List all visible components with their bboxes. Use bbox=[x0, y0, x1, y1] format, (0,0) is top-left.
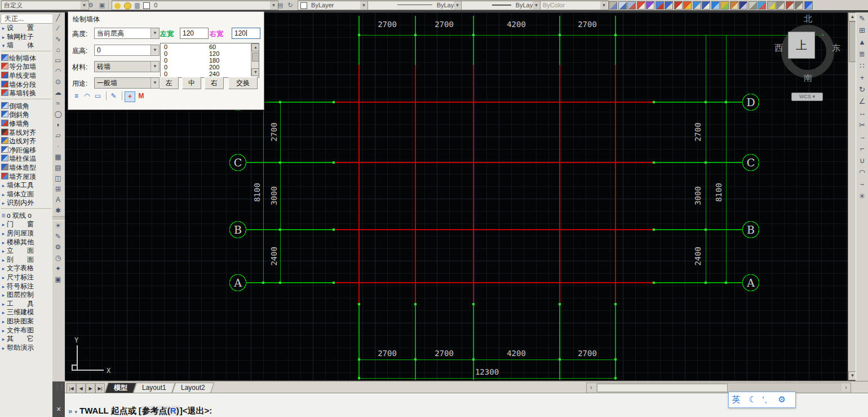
elevation-icon[interactable] bbox=[693, 1, 701, 10]
block-edit-icon[interactable]: ✱ bbox=[52, 205, 64, 216]
sidebar-title[interactable]: 天正... bbox=[1, 14, 55, 24]
red-table-icon[interactable] bbox=[674, 1, 683, 10]
gradient-icon[interactable]: ▤ bbox=[52, 163, 64, 173]
fillet-icon[interactable]: ◠ bbox=[856, 166, 868, 178]
target-icon[interactable] bbox=[795, 1, 803, 10]
scrollbar-thumb[interactable] bbox=[597, 384, 728, 392]
hatch-icon[interactable]: ▦ bbox=[52, 152, 64, 163]
command-chevron-icon[interactable]: » bbox=[68, 407, 72, 415]
revcloud-icon[interactable]: ☁ bbox=[52, 87, 64, 98]
spline-icon[interactable]: ≈ bbox=[52, 98, 64, 109]
scroll-up-icon[interactable]: ▲ bbox=[251, 43, 259, 51]
align-left-button[interactable]: 左 bbox=[160, 77, 179, 89]
sidebar-item-door-window[interactable]: ▸门 窗 bbox=[0, 220, 52, 229]
sidebar-item-fillet-wall[interactable]: 倒墙角 bbox=[0, 102, 52, 111]
extend-icon[interactable]: → bbox=[856, 131, 868, 143]
tab-模型[interactable]: 模型 bbox=[105, 383, 136, 393]
scrollbar-thumb[interactable] bbox=[252, 52, 259, 62]
usage-combo[interactable]: 一般墙▼ bbox=[94, 77, 160, 89]
wall-tool-icon[interactable] bbox=[656, 1, 664, 10]
insert-block-icon[interactable]: ▱ bbox=[52, 130, 64, 141]
sidebar-item-other[interactable]: ▸其 它 bbox=[0, 335, 52, 344]
hatch-icon[interactable] bbox=[730, 1, 738, 10]
sidebar-item-curtain-wall-convert[interactable]: 幕墙转换 bbox=[0, 89, 52, 98]
trim-icon[interactable]: ✂ bbox=[856, 119, 868, 131]
sidebar-item-fix-wall-corner[interactable]: 修墙角 bbox=[0, 120, 52, 129]
sidebar-item-file-layout[interactable]: ▸文件布图 bbox=[0, 326, 52, 335]
tab-Layout2[interactable]: Layout2 bbox=[172, 383, 214, 393]
lamp-icon[interactable] bbox=[767, 1, 776, 10]
copy-icon[interactable]: ⊞ bbox=[856, 24, 868, 36]
sidebar-item-layer-control[interactable]: ▸图层控制 bbox=[0, 291, 52, 300]
bottom-height-combo[interactable]: 0▼ bbox=[94, 45, 160, 56]
punctuation-icon[interactable]: ’、 bbox=[760, 392, 774, 406]
command-prompt[interactable]: » ▾ TWALL 起点或 [参考点(R)]<退出>: bbox=[68, 406, 212, 416]
table-icon[interactable]: ⊞ bbox=[52, 184, 64, 195]
height-combo[interactable]: 当前层高▼ bbox=[94, 28, 160, 39]
door-window-icon[interactable] bbox=[665, 1, 673, 10]
workspace-gear-icon[interactable]: ⚙ bbox=[86, 1, 96, 10]
sidebar-item-edge-align[interactable]: 边线对齐 bbox=[0, 137, 52, 146]
material-combo[interactable]: 砖墙▼ bbox=[94, 61, 160, 72]
sidebar-item-draw-wall[interactable]: 绘制墙体 bbox=[0, 54, 52, 63]
sidebar-item-wall-tools[interactable]: ▸墙体工具 bbox=[0, 181, 52, 190]
rect-wall-icon[interactable]: ▭ bbox=[93, 91, 103, 101]
ellipse-icon[interactable]: ◯ bbox=[52, 109, 64, 120]
drag-grip-icon[interactable]: ⋮⋮⋮⋮ bbox=[55, 384, 62, 389]
sidebar-item-symbol-dim[interactable]: ▸符号标注 bbox=[0, 282, 52, 291]
join-icon[interactable]: ~ bbox=[856, 178, 868, 190]
color-combo[interactable]: ByLayer ▼ bbox=[298, 1, 369, 10]
command-option[interactable]: 参考点(R) bbox=[141, 406, 180, 415]
arc-wall-icon[interactable]: ◠ bbox=[82, 91, 92, 101]
arc-icon[interactable]: ◠ bbox=[52, 66, 64, 77]
list-scrollbar[interactable]: ▲ ▼ bbox=[251, 43, 259, 76]
sidebar-item-axis-column[interactable]: ▸轴网柱子 bbox=[0, 33, 52, 42]
move-icon[interactable]: + bbox=[856, 72, 868, 84]
layer-previous-icon[interactable]: ↻ bbox=[285, 1, 295, 10]
pen-icon[interactable]: ✎ bbox=[52, 231, 64, 242]
width-pair-row[interactable]: 0180 bbox=[161, 57, 259, 64]
ellipse-arc-icon[interactable]: ◗ bbox=[52, 120, 64, 130]
sheet-icon[interactable] bbox=[618, 1, 627, 10]
workspace-combo[interactable]: 自定义 ▼ bbox=[1, 1, 89, 10]
sidebar-item-settings[interactable]: ▸设 置 bbox=[0, 24, 52, 33]
angle-icon[interactable] bbox=[786, 1, 794, 10]
region-icon[interactable]: ◫ bbox=[52, 173, 64, 184]
width-pair-row[interactable]: 0120 bbox=[161, 50, 259, 57]
scroll-right-icon[interactable]: › bbox=[842, 383, 851, 392]
sidebar-item-baseline-align[interactable]: 基线对齐 bbox=[0, 129, 52, 138]
right-width-input[interactable]: 120 bbox=[232, 28, 260, 39]
line-icon[interactable]: ╱ bbox=[52, 12, 64, 23]
viewcube-top-face[interactable]: 上 bbox=[788, 32, 815, 59]
layer-lock-icon[interactable] bbox=[135, 3, 140, 9]
settings-icon[interactable]: ⚙ bbox=[52, 242, 64, 253]
sidebar-item-block-pattern[interactable]: ▸图块图案 bbox=[0, 317, 52, 326]
xline-icon[interactable]: ∕ bbox=[52, 23, 64, 34]
polyline-icon[interactable]: ∿ bbox=[52, 34, 64, 45]
pick-wall-style-icon[interactable]: ✎ bbox=[109, 91, 118, 101]
rotate-icon[interactable]: ↻ bbox=[856, 84, 868, 95]
sidebar-item-tools[interactable]: ▸工 具 bbox=[0, 300, 52, 309]
baseline-cross-icon[interactable]: + bbox=[125, 91, 135, 102]
layer-combo[interactable]: 0 ▼ bbox=[112, 1, 278, 10]
width-pair-row[interactable]: 060 bbox=[161, 43, 259, 50]
sidebar-item-section[interactable]: ▸剖 面 bbox=[0, 256, 52, 265]
horizontal-scrollbar[interactable]: ‹ › bbox=[586, 383, 851, 393]
lineweight-combo[interactable]: ByLayer ▼ bbox=[461, 1, 541, 10]
break-icon[interactable]: ⌐ bbox=[856, 143, 868, 155]
align-right-button[interactable]: 右 bbox=[205, 77, 224, 89]
array-icon[interactable]: ∷ bbox=[856, 60, 868, 72]
sidebar-item-help-demo[interactable]: ▸帮助演示 bbox=[0, 344, 52, 353]
layer-properties-icon[interactable]: ▤ bbox=[275, 1, 285, 10]
pen-icon[interactable] bbox=[739, 1, 747, 10]
scale-icon[interactable]: ∠ bbox=[856, 95, 868, 107]
column-grid-icon[interactable] bbox=[702, 1, 710, 10]
sidebar-item-equal-divide-wall[interactable]: 等分加墙 bbox=[0, 63, 52, 72]
globe-icon[interactable] bbox=[804, 1, 813, 10]
erase-icon[interactable]: ✎ bbox=[856, 12, 868, 24]
width-pair-list[interactable]: 0600120018002000240 ▲ ▼ bbox=[160, 43, 259, 78]
ime-settings-gear-icon[interactable]: ⚙ bbox=[774, 392, 789, 406]
polygon-icon[interactable]: ⌂ bbox=[52, 45, 64, 55]
sidebar-item-single-line-to-wall[interactable]: 单线变墙 bbox=[0, 72, 52, 81]
explode-icon[interactable]: ✳ bbox=[856, 190, 868, 202]
